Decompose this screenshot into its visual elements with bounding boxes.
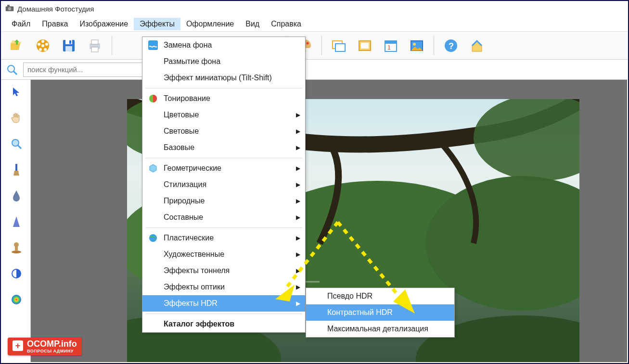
brush-tool[interactable] — [8, 162, 25, 178]
titlebar: Домашняя Фотостудия — [1, 1, 628, 16]
search-icon — [6, 63, 18, 76]
menu-file[interactable]: Файл — [6, 18, 36, 30]
open-button[interactable] — [6, 35, 28, 57]
palette-tool[interactable] — [8, 291, 25, 308]
pointer-tool[interactable] — [8, 84, 25, 100]
menu-label: Эффекты оптики — [164, 283, 225, 291]
help-button[interactable]: ? — [440, 35, 462, 57]
menu-label: Размытие фона — [164, 57, 220, 66]
contrast-tool[interactable] — [8, 265, 25, 282]
print-button[interactable] — [84, 35, 106, 57]
svg-text:1: 1 — [387, 44, 391, 51]
svg-point-39 — [14, 242, 19, 247]
submenu-arrow-icon: ▶ — [296, 300, 300, 307]
effects-natural[interactable]: Природные▶ — [142, 193, 305, 209]
submenu-arrow-icon: ▶ — [296, 112, 300, 118]
menu-label: Псевдо HDR — [327, 292, 372, 301]
svg-rect-22 — [335, 44, 345, 51]
effects-tilt-shift[interactable]: Эффект миниатюры (Tilt-Shift) — [142, 70, 305, 86]
menu-effects[interactable]: Эффекты — [134, 18, 180, 30]
menu-help[interactable]: Справка — [265, 18, 307, 30]
menu-edit[interactable]: Правка — [36, 18, 74, 30]
submenu-arrow-icon: ▶ — [296, 198, 300, 204]
menu-label: Контрастный HDR — [327, 308, 393, 317]
menu-label: Максимальная детализация — [327, 325, 428, 333]
submenu-arrow-icon: ▶ — [296, 267, 300, 274]
toolbar: 1 ? — [1, 32, 628, 60]
postcard-button[interactable] — [406, 35, 428, 57]
svg-rect-13 — [69, 40, 71, 44]
submenu-arrow-icon: ▶ — [296, 144, 300, 151]
zoom-tool[interactable] — [8, 136, 25, 152]
svg-rect-16 — [91, 47, 98, 52]
sharpen-tool[interactable] — [8, 213, 25, 230]
menu-label: Тонирование — [164, 94, 210, 103]
svg-point-6 — [45, 43, 48, 46]
submenu-arrow-icon: ▶ — [296, 181, 300, 188]
globe-icon — [148, 233, 158, 243]
effects-optics[interactable]: Эффекты оптики▶ — [142, 279, 305, 295]
effects-geometric[interactable]: Геометрические▶ — [142, 160, 305, 176]
submenu-arrow-icon: ▶ — [296, 284, 300, 290]
effects-tunnel[interactable]: Эффекты тоннеля▶ — [142, 263, 305, 279]
effects-hdr[interactable]: Эффекты HDR▶ — [142, 295, 305, 312]
effects-replace-bg[interactable]: Замена фона — [142, 37, 305, 53]
toolbar-separator — [112, 36, 112, 55]
menu-label: Эффект миниатюры (Tilt-Shift) — [164, 74, 272, 82]
app-icon — [5, 5, 14, 13]
menu-label: Геометрические — [164, 164, 221, 173]
submenu-arrow-icon: ▶ — [296, 251, 300, 258]
effects-toning[interactable]: Тонирование — [142, 90, 305, 107]
svg-line-33 — [13, 71, 17, 75]
svg-rect-15 — [91, 40, 98, 44]
effects-stylize[interactable]: Стилизация▶ — [142, 176, 305, 193]
menu-separator — [145, 227, 302, 228]
images-button[interactable] — [328, 35, 350, 57]
cube-icon — [148, 163, 158, 173]
effects-color[interactable]: Цветовые▶ — [142, 107, 305, 123]
svg-rect-12 — [65, 46, 72, 51]
app-title: Домашняя Фотостудия — [17, 5, 94, 13]
frame-button[interactable] — [354, 35, 376, 57]
menu-label: Эффекты HDR — [164, 299, 218, 308]
svg-point-19 — [307, 42, 309, 44]
svg-point-32 — [8, 65, 14, 72]
left-toolbox — [2, 80, 31, 362]
menu-label: Художественные — [164, 250, 224, 259]
menu-design[interactable]: Оформление — [180, 18, 240, 30]
hdr-detail[interactable]: Максимальная детализация — [306, 321, 454, 337]
menu-label: Световые — [164, 127, 199, 136]
svg-point-56 — [149, 234, 157, 242]
effects-catalog[interactable]: Каталог эффектов — [142, 316, 305, 332]
svg-point-5 — [41, 40, 44, 43]
effects-basic[interactable]: Базовые▶ — [142, 139, 305, 156]
effects-composite[interactable]: Составные▶ — [142, 209, 305, 226]
svg-point-34 — [12, 139, 19, 146]
blur-tool[interactable] — [8, 188, 25, 204]
menu-label: Эффекты тоннеля — [164, 266, 230, 275]
reel-button[interactable] — [32, 35, 54, 57]
badge-sub: ВОПРОСЫ АДМИНУ — [27, 349, 77, 353]
stamp-tool[interactable] — [8, 239, 25, 256]
home-button[interactable] — [466, 35, 488, 57]
hdr-pseudo[interactable]: Псевдо HDR — [306, 288, 454, 304]
effects-artistic[interactable]: Художественные▶ — [142, 246, 305, 263]
submenu-arrow-icon: ▶ — [296, 165, 300, 172]
menu-label: Базовые — [164, 143, 194, 152]
menu-view[interactable]: Вид — [240, 18, 265, 30]
effects-blur-bg[interactable]: Размытие фона — [142, 53, 305, 70]
effects-light[interactable]: Световые▶ — [142, 123, 305, 139]
menu-label: Составные — [164, 213, 203, 222]
hand-tool[interactable] — [8, 110, 25, 126]
calendar-button[interactable]: 1 — [380, 35, 402, 57]
hdr-contrast[interactable]: Контрастный HDR — [306, 304, 454, 321]
svg-rect-24 — [361, 43, 369, 49]
menu-image[interactable]: Изображение — [74, 18, 134, 30]
effects-plastic[interactable]: Пластические▶ — [142, 230, 305, 246]
svg-point-2 — [8, 7, 12, 11]
submenu-arrow-icon: ▶ — [296, 128, 300, 135]
badge-main: OCOMP.info — [27, 339, 77, 349]
save-button[interactable] — [58, 35, 80, 57]
svg-point-4 — [41, 44, 44, 47]
search-input[interactable] — [23, 63, 148, 77]
